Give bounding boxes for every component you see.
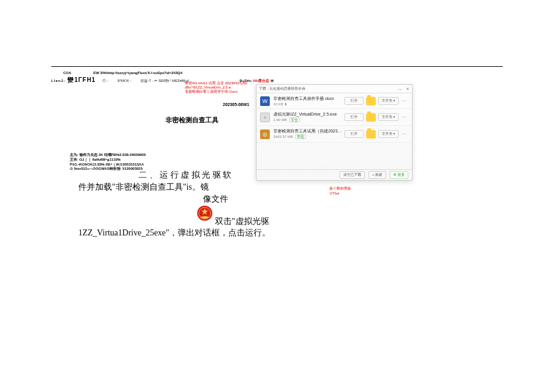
spec-block: 主为: 物件力央志 JK 结壤PB%2.028-26639600 王市: OJ｜… [70,153,146,172]
popup-footer: 清空已下载 + 新建 ⚙ 设置 [257,169,412,180]
browser-tabs: Ⓒ - 8*MOII - 량람-T - ∺ SER拆^.MEΣ#8§o] [102,78,197,84]
red-notice: 米営IKk HH11 试用 合庄 20230427jJfΩ dBx^Φ1ZZ_V… [185,81,247,95]
meta-url: EW 3\%\http:\lszzyj^iyangFlovs'll-l-vuSp… [93,71,182,75]
download-size: 1.90 MB [273,118,287,122]
red-anno-1: 新个我仰用装 [329,187,351,191]
download-popup: 下载 - 无化漫动态播很然伞诗 — ✕ W 非密检测自查工具操作手册.docx … [256,84,412,181]
body-line-2: 件并加载"非密检测自查工具"is。镜 [78,181,209,194]
download-row: ◎ 非密检测自查工具试用（自建20230427）.iso 3463.37 MB … [257,126,412,143]
download-row: ⟐ 虚拟光驱IZZ_VirtualDrive_2.5.exe 1.90 MB 安… [257,109,412,126]
download-list: W 非密检测自查工具操作手册.docx 10 KB ⬇ 打开 文件夹 ▾ ⋯ ⟐… [257,93,412,169]
row-more-icon[interactable]: ⋯ [400,131,408,137]
brand-code: 變1ΓFH1 [67,76,95,83]
tab-3[interactable]: 량람-T - ∺ SER拆^.MEΣ#8§o] [140,79,188,82]
badge-tail: ₩ [270,79,274,82]
red-annotation: 新个我仰用装 ⊙Tlsa [329,187,351,196]
download-size: 10 KB [273,102,283,106]
brand-block: LlanJ: 變1ΓFH1 [51,76,96,84]
folder-icon[interactable] [366,130,376,138]
download-filename: 非密检测自查工具试用（自建20230427）.iso [273,128,342,134]
open-button[interactable]: 打开 [344,130,364,138]
tab-1[interactable]: Ⓒ - [102,79,108,82]
folder-dropdown[interactable]: 文件夹 ▾ [378,97,399,105]
folder-dropdown[interactable]: 文件夹 ▾ [378,113,399,121]
new-download-button[interactable]: + 新建 [369,171,386,179]
download-filename: 虚拟光驱IZZ_VirtualDrive_2.5.exe [273,111,342,117]
folder-icon[interactable] [366,97,376,105]
red-anno-2: ⊙Tlsa [329,191,351,196]
open-button[interactable]: 打开 [344,97,364,105]
download-tag: 举危 [295,134,306,139]
meta-coa: COA [63,71,71,75]
window-close-button[interactable]: ✕ [406,87,409,92]
file-docx-icon: W [260,96,270,106]
red-line-1: 米営IKk HH11 试用 合庄 20230427jJfΩ [185,81,247,86]
body-line-5: 1ZZ_Virtua1Drive_25exe″，弹出对话框，点击运行。 [78,226,270,240]
top-rule [51,66,503,67]
file-iso-icon: ◎ [260,129,270,139]
tab-2[interactable]: 8*MOII - [117,79,131,82]
download-filename: 非密检测自查工具操作手册.docx [273,96,342,102]
clear-downloads-button[interactable]: 清空已下载 [340,171,365,179]
settings-button[interactable]: ⚙ 设置 [390,171,408,179]
download-tag: 安全 [289,117,300,122]
folder-dropdown[interactable]: 文件夹 ▾ [378,130,399,138]
open-button[interactable]: 打开 [344,113,364,121]
row-more-icon[interactable]: ⋯ [400,114,408,120]
popup-titlebar: 下载 - 无化漫动态播很然伞诗 — ✕ [257,85,412,93]
row-more-icon[interactable]: ⋯ [400,98,408,104]
doc-code: 202305-06W1 [223,102,249,107]
file-exe-icon: ⟐ [260,113,270,122]
window-min-button[interactable]: — [398,87,402,92]
doc-heading: 非密检测自查工具 [166,116,219,125]
download-size: 3463.37 MB [273,135,293,138]
national-emblem-icon [196,205,213,222]
folder-icon[interactable] [366,113,376,122]
red-line-3: 非密检测白査工具照作于IB.Gocx: [185,90,247,94]
badge-left: B»S#o: [240,79,252,82]
popup-title: 下载 - 无化漫动态播很然伞诗 [259,86,305,92]
brand-prefix: LlanJ: [51,79,66,82]
download-row: W 非密检测自查工具操作手册.docx 10 KB ⬇ 打开 文件夹 ▾ ⋯ [257,93,412,109]
spec-1: 主为: 物件力央志 JK 结壤PB%2.028-26639600 [70,153,146,158]
badge-red: HH星仕总 [252,79,270,82]
spec-4: ⊙ 5tsv512»—OOGWAS峙析报: 5120003025 [70,167,146,172]
body-line-1: 二 、 运 行 虚 拟 光 驱 软 [138,169,231,182]
spec-2: 王市: OJ｜｜ fla%ifl8^g1110% [70,158,146,163]
badge: B»S#o: HH星仕总 ₩ [240,78,274,84]
body-line-3: 像文件 [203,193,228,206]
download-arrow-icon: ⬇ [284,102,287,106]
